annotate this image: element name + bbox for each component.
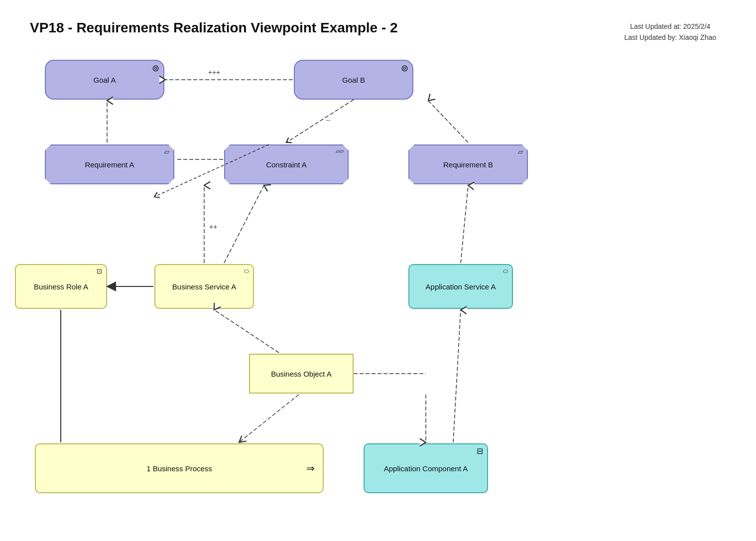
constraint-a-icon: ▱▱ [336,148,344,154]
constA-goalB-label: -- [326,116,331,124]
bizrole-a-node[interactable]: Business Role A ⊡ [15,264,107,309]
last-updated-by: Last Updated by: Xiaoqi Zhao [625,32,716,43]
req-b-icon: ▱ [518,148,523,155]
diagram-canvas: VP18 - Requirements Realization Viewpoin… [0,0,756,541]
bizproc-a-label: 1 Business Process [146,464,212,473]
goal-b-label: Goal B [342,76,365,84]
appcomp-a-icon: ⊟ [477,447,483,455]
goal-a-label: Goal A [93,76,116,84]
appservice-to-reqb-arrow [461,185,468,263]
appcomp-a-label: Application Component A [384,464,468,473]
req-a-icon: ▱ [164,148,169,155]
req-a-node[interactable]: Requirement A ▱ [45,144,174,184]
bizobj-to-bizservice-arrow [214,310,279,353]
goal-b-node[interactable]: Goal B ⊚ [294,60,413,100]
bizservice-a-icon: ⬭ [244,268,249,274]
bizobj-to-bizproc-arrow [239,395,299,442]
appcomp-a-node[interactable]: Application Component A ⊟ [364,443,488,493]
req-b-node[interactable]: Requirement B ▱ [408,144,528,184]
page-title: VP18 - Requirements Realization Viewpoin… [30,20,398,36]
bizservice-a-node[interactable]: Business Service A ⬭ [154,264,254,309]
appservice-a-label: Application Service A [426,282,496,291]
bizproc-a-icon: ⇒ [306,463,315,473]
meta-info: Last Updated at: 2025/2/4 Last Updated b… [625,21,716,43]
bizobj-a-label: Business Object A [271,370,332,378]
bizservice-a-label: Business Service A [172,282,236,291]
appservice-a-node[interactable]: Application Service A ⬭ [408,264,513,309]
bizobj-a-node[interactable]: Business Object A [249,354,354,394]
goal-b-icon: ⊚ [401,64,408,73]
bizrole-a-icon: ⊡ [97,268,102,274]
appservice-a-icon: ⬭ [503,268,508,274]
bizproc-a-node[interactable]: 1 Business Process ⇒ [35,443,324,493]
constraint-a-label: Constraint A [266,160,307,169]
constraint-a-node[interactable]: Constraint A ▱▱ [224,144,349,184]
goal-a-node[interactable]: Goal A ⊚ [45,60,164,100]
bizservice-reqa-label: ++ [209,223,217,231]
last-updated-at: Last Updated at: 2025/2/4 [625,21,716,32]
req-b-label: Requirement B [443,160,493,169]
appcomp-to-appservice-arrow [453,310,461,442]
bizservice-to-constra-arrow [224,185,264,263]
goalb-to-goala-label: +++ [208,68,221,76]
req-a-label: Requirement A [85,160,134,169]
reqb-to-goalb-arrow [428,101,468,142]
constA-to-goalB-dashed [286,100,354,142]
goal-a-icon: ⊚ [152,64,159,73]
bizrole-a-label: Business Role A [34,282,88,291]
